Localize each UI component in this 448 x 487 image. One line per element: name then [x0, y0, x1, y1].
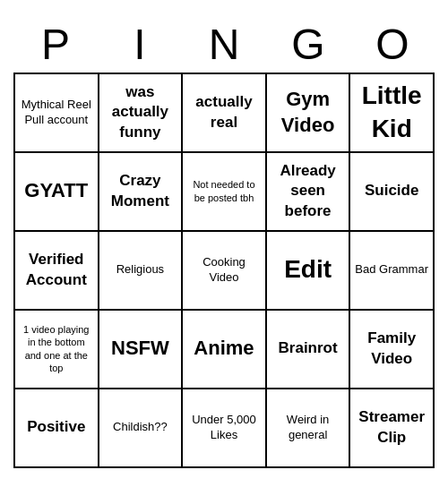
- bingo-cell: Under 5,000 Likes: [183, 389, 267, 468]
- cell-text: Little Kid: [354, 80, 429, 145]
- bingo-cell: GYATT: [15, 153, 99, 232]
- cell-text: Not needed to be posted tbh: [186, 178, 262, 204]
- bingo-cell: Positive: [15, 389, 99, 468]
- cell-text: GYATT: [24, 178, 88, 204]
- cell-text: Mythical Reel Pull account: [19, 98, 94, 128]
- cell-text: Cooking Video: [186, 255, 262, 286]
- cell-text: Childish??: [113, 420, 168, 435]
- bingo-grid: Mythical Reel Pull accountwas actually f…: [13, 73, 435, 468]
- bingo-cell: Verified Account: [15, 232, 99, 311]
- bingo-cell: Brainrot: [267, 311, 351, 389]
- cell-text: Verified Account: [19, 250, 94, 289]
- cell-text: Bad Grammar: [355, 262, 428, 278]
- cell-text: NSFW: [111, 336, 169, 362]
- cell-text: Already seen before: [271, 161, 346, 220]
- cell-text: Brainrot: [279, 338, 338, 358]
- cell-text: Religious: [116, 262, 164, 278]
- bingo-cell: NSFW: [99, 311, 184, 389]
- bingo-cell: Weird in general: [267, 389, 351, 468]
- cell-text: 1 video playing in the bottom and one at…: [19, 323, 94, 374]
- cell-text: Gym Video: [271, 87, 346, 138]
- bingo-cell: Suicide: [350, 153, 435, 232]
- bingo-cell: Bad Grammar: [350, 232, 435, 311]
- cell-text: Family Video: [354, 329, 429, 368]
- title-letter: G: [269, 20, 348, 69]
- cell-text: Edit: [284, 253, 332, 286]
- title-letter: P: [16, 20, 95, 69]
- cell-text: was actually funny: [103, 82, 178, 141]
- bingo-cell: Streamer Clip: [350, 389, 435, 468]
- title-letter: O: [353, 20, 432, 69]
- bingo-cell: 1 video playing in the bottom and one at…: [15, 311, 99, 389]
- bingo-cell: Family Video: [350, 311, 435, 389]
- title-letter: I: [100, 20, 179, 69]
- cell-text: Under 5,000 Likes: [186, 413, 262, 443]
- bingo-cell: Anime: [183, 311, 267, 389]
- bingo-cell: Edit: [267, 232, 351, 311]
- bingo-cell: actually real: [183, 74, 267, 153]
- cell-text: actually real: [186, 92, 262, 132]
- cell-text: Crazy Moment: [103, 171, 178, 210]
- bingo-title: PINGO: [13, 20, 435, 69]
- cell-text: Streamer Clip: [354, 407, 429, 447]
- bingo-cell: Religious: [99, 232, 184, 311]
- bingo-card: PINGO Mythical Reel Pull accountwas actu…: [4, 11, 444, 477]
- title-letter: N: [185, 20, 263, 69]
- cell-text: Suicide: [365, 181, 418, 201]
- bingo-cell: Gym Video: [267, 74, 351, 153]
- bingo-cell: Already seen before: [267, 153, 351, 232]
- bingo-cell: Not needed to be posted tbh: [183, 153, 267, 232]
- bingo-cell: was actually funny: [99, 74, 184, 153]
- bingo-cell: Childish??: [99, 389, 184, 468]
- bingo-cell: Cooking Video: [183, 232, 267, 311]
- cell-text: Anime: [194, 336, 254, 362]
- bingo-cell: Mythical Reel Pull account: [15, 74, 99, 153]
- cell-text: Weird in general: [271, 413, 346, 443]
- bingo-cell: Little Kid: [350, 74, 435, 153]
- bingo-cell: Crazy Moment: [99, 153, 184, 232]
- cell-text: Positive: [27, 417, 85, 437]
